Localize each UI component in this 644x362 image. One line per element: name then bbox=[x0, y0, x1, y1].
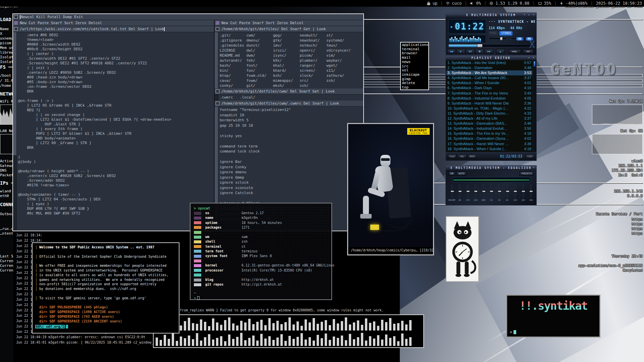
dmenu-input-row[interactable]: application✕ bbox=[402, 43, 427, 47]
acme-column-box[interactable] bbox=[14, 21, 18, 25]
volume-knob[interactable] bbox=[500, 37, 503, 41]
playlist-item[interactable]: 7. SynthAttack - The Fire in my Veins3:4… bbox=[446, 91, 532, 96]
eq-band-slider[interactable]: 6K bbox=[504, 184, 511, 201]
elapsed-time: 01:22 bbox=[455, 21, 484, 32]
playlist-item[interactable]: 10. SynthAttack vs. TOAL - Magic (…4:22 bbox=[446, 106, 532, 111]
previous-button[interactable]: ◀◀ bbox=[447, 49, 456, 54]
acme-column-tag[interactable]: New Cut Paste Snarf Sort Zerox Delcol bbox=[13, 20, 214, 26]
acme-window-box[interactable] bbox=[216, 27, 219, 31]
eq-band-slider[interactable]: 12K bbox=[512, 184, 519, 201]
bitrate: 114 KBps bbox=[489, 26, 505, 30]
tilde-marker: ~ bbox=[194, 291, 328, 296]
playlist-file-button[interactable]: FILE bbox=[448, 154, 457, 158]
playlist-item[interactable]: 1. SynthAttack - Into the Void (Intro)0:… bbox=[446, 60, 532, 65]
playlist-item[interactable]: 16. SynthAttack - Damnation (Syna…4:02 bbox=[446, 136, 532, 141]
playlist-item[interactable]: 13. SynthAttack - Damnation (BAS…3:46 bbox=[446, 121, 532, 126]
eq-on-button[interactable]: ON bbox=[448, 172, 455, 176]
eq-band-slider[interactable]: 60 bbox=[457, 184, 463, 201]
dmenu-items: terminalbrowsermailnewsircvolinkscapegim… bbox=[402, 47, 427, 90]
playlist-item[interactable]: 12. SynthAttack - All of my Life3:37 bbox=[446, 116, 532, 121]
playlist-item[interactable]: 17. SynthAttack - Harsh Will Never …3:38 bbox=[446, 141, 532, 146]
track-title-marquee[interactable]: ··· SYNTHATTACK - WE ARE SYNTHATTACK bbox=[489, 20, 535, 24]
samplerate: 44 KHz bbox=[510, 26, 522, 30]
xmms-window-buttons[interactable]: ▾ ▴ ✕ bbox=[524, 13, 535, 16]
playlist-item[interactable]: 4. SynthAttack - Call Me Insane (90…3:37 bbox=[446, 75, 532, 80]
next-button[interactable]: ▶▶ bbox=[485, 49, 493, 54]
xmms-vis-bars[interactable] bbox=[448, 35, 486, 43]
playlist-item[interactable]: 6. SynthAttack - Dark Days4:10 bbox=[446, 85, 532, 90]
eq-band-slider[interactable]: 16K bbox=[528, 184, 534, 201]
eq-band-slider[interactable]: 1K bbox=[488, 184, 495, 201]
eq-presets-button[interactable]: PRESETS bbox=[520, 172, 534, 176]
equalizer-window-buttons[interactable]: ✕ bbox=[533, 166, 535, 169]
acme-window-box[interactable] bbox=[14, 27, 18, 31]
xmms-titlebar[interactable]: X MULTIMEDIA SYSTEM ▾ ▴ ✕ bbox=[446, 13, 536, 17]
xmms-time-display[interactable]: ▶ 01:22 bbox=[448, 19, 486, 34]
comic-art[interactable]: BLACKOUT CHAPTER TWO bbox=[348, 124, 433, 247]
syscat-row: kernel 6.12.31-gentoo-gentoo-dh-t480 x86… bbox=[194, 263, 328, 268]
sdf-line bbox=[35, 301, 176, 305]
dmenu-item[interactable]: news bbox=[402, 60, 427, 64]
cwmrc-file-tag[interactable]: /home/drkhsh/git/dotfiles/cwm/.cwmrc Del… bbox=[215, 101, 363, 107]
acme-column-tag[interactable]: New Cut Paste Snarf Sort Zerox Delcol bbox=[215, 20, 363, 26]
eq-band-slider[interactable]: 170 bbox=[464, 184, 471, 201]
acme-scrollbar[interactable] bbox=[13, 32, 17, 231]
syscat-row: shell zsh bbox=[194, 239, 328, 244]
playlist-item[interactable]: 15. SynthAttack - The Fire in my Ve…4:18 bbox=[446, 131, 532, 136]
playlist-item[interactable]: 2. SynthAttack - Damnation3:48 bbox=[446, 65, 532, 70]
playlist-item[interactable]: 18. SynthAttack - When I Suicide (…4:18 bbox=[446, 146, 532, 152]
eject-button[interactable]: ▲ bbox=[496, 49, 505, 54]
acme-layout-box[interactable] bbox=[14, 15, 18, 19]
playlist-window-buttons[interactable]: ▴ ✕ bbox=[528, 56, 535, 59]
dotfiles-listing[interactable]: .git/ cwm/ gpg/ neomutt/ st/ .gitignore … bbox=[218, 32, 352, 88]
catclock-tal-tag[interactable]: /url/https:/wiki.xxiivv.com/etc/catclock… bbox=[13, 26, 214, 32]
stop-button[interactable]: ■ bbox=[475, 49, 484, 54]
playlist-item[interactable]: 11. SynthAttack - Dirty Dark Electro…4:3… bbox=[446, 111, 532, 116]
cwm-dir-listing[interactable]: .cwmrc .local/ bbox=[218, 95, 257, 101]
playlist-misc-button[interactable]: MISC bbox=[468, 154, 477, 158]
acme-scroll-elevator[interactable] bbox=[13, 32, 16, 155]
comic-robot-foot bbox=[360, 214, 372, 219]
eq-band-slider[interactable]: PREAMP bbox=[448, 184, 455, 201]
volume-slider[interactable] bbox=[489, 38, 507, 40]
playlist-item[interactable]: 3. SynthAttack - We Are SynthAttack3:53 bbox=[446, 70, 532, 75]
dmenu-item[interactable]: mail bbox=[402, 56, 427, 60]
eq-band-slider[interactable]: 14K bbox=[520, 184, 526, 201]
seek-knob[interactable] bbox=[477, 44, 483, 48]
playlist-scroll-handle[interactable] bbox=[533, 61, 536, 67]
eq-band-slider[interactable]: 3K bbox=[496, 184, 503, 201]
eq-toggle-button[interactable]: EQ bbox=[516, 37, 524, 41]
dmenu-item[interactable]: inkscape bbox=[402, 73, 427, 77]
play-button[interactable]: ▶ bbox=[457, 49, 465, 54]
acme-scrollbar[interactable] bbox=[215, 95, 218, 101]
text-cursor bbox=[66, 325, 68, 328]
eq-sliders[interactable]: PREAMP601703106001K3K6K12K14K16K bbox=[448, 184, 534, 201]
syscat-row: name m3gatr0n bbox=[194, 216, 328, 220]
playlist-sel-button[interactable]: SEL bbox=[458, 154, 467, 158]
eq-band-slider[interactable]: 600 bbox=[480, 184, 487, 201]
shuffle-button[interactable]: RAND. bbox=[509, 49, 521, 54]
playlist-scrollbar[interactable] bbox=[533, 60, 536, 152]
playlist-item[interactable]: 5. SynthAttack - When I Suicide4:01 bbox=[446, 80, 532, 85]
catclock-tal-source[interactable]: ;meta #06 DEO2 theme/<load> #0060 .Scree… bbox=[17, 32, 173, 231]
acme-main-tag[interactable]: Newcol Kill Putall Dump Exit bbox=[13, 14, 363, 20]
acme-scrollbar[interactable] bbox=[215, 32, 218, 88]
pause-button[interactable]: ▮▮ bbox=[466, 49, 475, 54]
seek-slider[interactable] bbox=[448, 44, 534, 47]
dmenu-item[interactable]: top bbox=[402, 85, 427, 90]
cwm-dir-tag[interactable]: /home/drkhsh/git/dotfiles/cwm/ Del Snarf… bbox=[215, 88, 363, 95]
acme-window-box[interactable] bbox=[216, 102, 219, 105]
playlist-titlebar[interactable]: PLAYLIST EDITOR ▴ ✕ bbox=[446, 56, 536, 60]
acme-window-box[interactable] bbox=[216, 89, 219, 93]
equalizer-titlebar[interactable]: X MULTIMEDIA SYSTEM - EQUALIZER ✕ bbox=[446, 166, 536, 170]
playlist-item[interactable]: 8. SynthAttack - Industrial Evolution4:0… bbox=[446, 96, 532, 101]
playlist-item[interactable]: 14. SynthAttack - Industrial Evoluti…3:5… bbox=[446, 126, 532, 131]
playlist-item[interactable]: 9. SynthAttack - Harsh Will Never Die3:3… bbox=[446, 101, 532, 106]
eq-band-slider[interactable]: 310 bbox=[472, 184, 479, 201]
syntikat-logo: !!.syntikat bbox=[510, 299, 597, 312]
acme-column-box[interactable] bbox=[216, 21, 219, 25]
dotfiles-dir-tag[interactable]: /home/drkhsh/git/dotfiles/ Del Snarf Get… bbox=[215, 26, 363, 32]
playlist-list-button[interactable]: LIST bbox=[526, 154, 534, 158]
eq-auto-button[interactable]: AUTO bbox=[457, 172, 466, 176]
acme-scroll-elevator[interactable] bbox=[215, 32, 218, 88]
